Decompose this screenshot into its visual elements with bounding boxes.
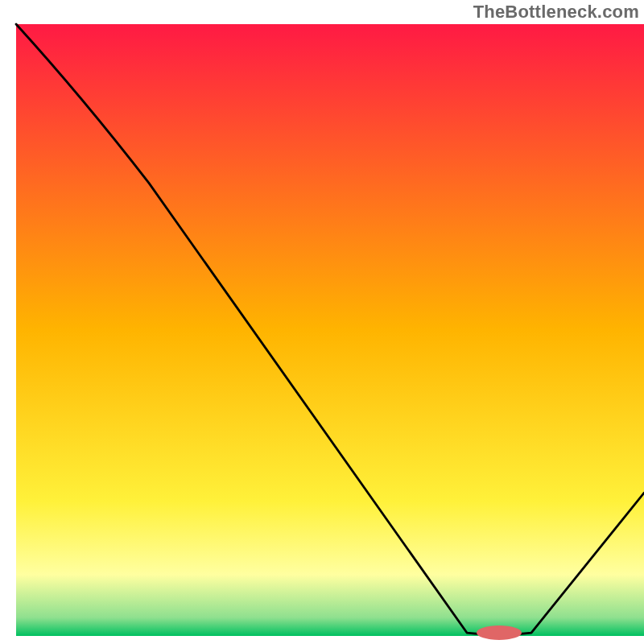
- gradient-background: [16, 24, 644, 636]
- bottleneck-chart: [0, 0, 644, 644]
- watermark-text: TheBottleneck.com: [473, 2, 639, 23]
- sweet-spot-marker: [477, 625, 522, 640]
